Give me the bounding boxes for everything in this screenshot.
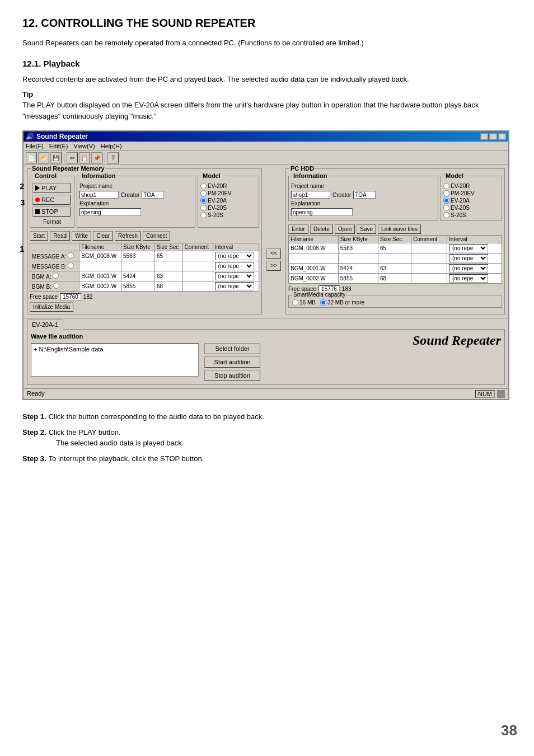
select-bgm-a[interactable] [53, 273, 59, 279]
open-button-right[interactable]: Open [335, 224, 355, 234]
step-3-label: Step 3. [22, 453, 46, 464]
select-bgm-b[interactable] [53, 283, 59, 289]
read-button[interactable]: Read [50, 231, 70, 241]
connect-button[interactable]: Connect [143, 231, 170, 241]
model-s20s-left[interactable] [200, 212, 207, 218]
start-button-left[interactable]: Start [30, 231, 48, 241]
col-filename-right: Filename [289, 236, 339, 243]
label-number-1: 1 [20, 244, 24, 253]
label-number-3: 3 [20, 198, 25, 207]
select-message-b[interactable] [68, 262, 74, 269]
menu-help[interactable]: Help(H) [101, 143, 122, 149]
filename-bgmb-right: BGM_0002.W [289, 274, 339, 284]
free-space-label-left: Free space [30, 294, 58, 300]
step-2-label: Step 2. [22, 427, 46, 438]
model-ev20s-left[interactable] [200, 205, 207, 211]
page-title: 12. CONTROLLING THE SOUND REPEATER [22, 17, 512, 30]
creator-input-right[interactable] [353, 191, 376, 199]
rec-icon [35, 198, 40, 202]
delete-button[interactable]: Delete [310, 224, 333, 234]
project-name-input-left[interactable] [79, 191, 119, 199]
refresh-button[interactable]: Refresh [115, 231, 141, 241]
project-name-input-right[interactable] [291, 191, 330, 199]
step-1-label: Step 1. [22, 411, 46, 422]
transfer-right-button[interactable]: >> [266, 261, 281, 271]
section-text: Recorded contents are activated from the… [22, 74, 512, 85]
interval-bgma-left: (no repe [213, 271, 259, 281]
pc-hdd-title: PC HDD [289, 165, 315, 172]
start-audition-button[interactable]: Start audition [204, 356, 260, 368]
menu-file[interactable]: File(F) [26, 143, 44, 149]
enter-button[interactable]: Enter [288, 224, 308, 234]
rec-button[interactable]: REC [32, 195, 71, 205]
cut-button[interactable]: ✂ [67, 152, 78, 163]
open-button[interactable]: 📂 [38, 152, 49, 163]
size-sec-bgmb-right: 68 [378, 274, 411, 284]
new-button[interactable]: 📄 [26, 152, 37, 163]
filename-a-left: BGM_0008.W [79, 251, 121, 261]
model-ev20a-left[interactable] [200, 198, 207, 204]
menu-edit[interactable]: Edit(E) [49, 143, 68, 149]
interval-b-right: (no repe [447, 253, 502, 264]
num-indicator: NUM [475, 390, 495, 398]
model-s20s-right[interactable] [443, 212, 449, 218]
copy-button[interactable]: 📋 [79, 152, 90, 163]
free-space-row-left: Free space 15760 182 [30, 293, 259, 300]
col-size-kb-left: Size KByte [121, 243, 155, 251]
filename-b-right [289, 253, 339, 264]
transfer-left-button[interactable]: << [266, 248, 281, 259]
size-kb-bgmb-right: 5855 [338, 274, 378, 284]
select-message-a[interactable] [68, 252, 74, 259]
comment-bgmb-right [411, 274, 447, 284]
col-comment-right: Comment [411, 236, 447, 243]
select-folder-button[interactable]: Select folder [204, 343, 260, 354]
save-button-right[interactable]: Save [357, 224, 376, 234]
table-row: BGM_0008.W 5563 65 (no repe [289, 243, 502, 253]
help-button[interactable]: ? [107, 152, 119, 163]
model-ev20r-left[interactable] [200, 183, 207, 189]
ev20a-tab[interactable]: EV-20A-1 [27, 320, 63, 330]
col-interval-left: Interval [213, 243, 259, 251]
tip-text: The PLAY button displayed on the EV-20A … [22, 100, 512, 121]
size-kb-bgma-right: 5424 [338, 264, 378, 274]
explanation-input-right[interactable] [291, 208, 353, 216]
wave-buttons: Select folder Start audition Stop auditi… [204, 343, 260, 381]
close-button[interactable]: × [498, 133, 506, 140]
toolbar-separator-2 [105, 153, 105, 163]
stop-audition-button[interactable]: Stop audition [204, 370, 260, 381]
stop-button[interactable]: STOP [32, 206, 71, 217]
clear-button[interactable]: Clear [93, 231, 113, 241]
link-wave-files-button[interactable]: Link wave files [378, 224, 421, 234]
smartmedia-32mb[interactable] [320, 299, 326, 306]
initialize-media-button[interactable]: Initialize Media [30, 302, 73, 312]
tree-item: + N:\English\Sample data [34, 346, 103, 353]
menu-view[interactable]: View(V) [73, 143, 95, 149]
creator-input-left[interactable] [142, 191, 164, 199]
toolbar: 📄 📂 💾 ✂ 📋 📌 ? [24, 151, 508, 165]
model-pm20ev-left[interactable] [200, 190, 207, 196]
model-ev20a-right[interactable] [443, 198, 449, 204]
size-sec-b-right [378, 253, 411, 264]
col-interval-right: Interval [447, 236, 502, 243]
info-panel-left: Information Project name Creator [77, 176, 195, 228]
smartmedia-16mb[interactable] [292, 299, 298, 306]
table-row: BGM A: BGM_0001.W 5424 63 (no repe [30, 271, 259, 281]
main-body: Sound Repeater Memory 2 Control PLAY [24, 165, 508, 318]
model-ev20r-right[interactable] [443, 183, 449, 189]
col-size-sec-right: Size Sec [378, 236, 411, 243]
model-pm20ev-right[interactable] [443, 190, 449, 196]
paste-button[interactable]: 📌 [91, 152, 102, 163]
model-ev20s-right[interactable] [443, 205, 449, 211]
write-button[interactable]: Write [72, 231, 91, 241]
maximize-button[interactable]: □ [489, 133, 497, 140]
minimize-button[interactable]: _ [480, 133, 488, 140]
transfer-col: << >> [265, 168, 282, 314]
titlebar-controls[interactable]: _ □ × [480, 133, 506, 140]
save-button[interactable]: 💾 [50, 152, 62, 163]
tab-strip: EV-20A-1 [24, 318, 508, 329]
play-button[interactable]: PLAY [32, 183, 71, 193]
wave-tree: + N:\English\Sample data [31, 343, 199, 377]
model-radios-left: EV-20R PM-20EV EV-20A [200, 183, 256, 218]
size-kb-a-left: 5563 [121, 251, 155, 261]
explanation-input-left[interactable] [79, 208, 141, 216]
